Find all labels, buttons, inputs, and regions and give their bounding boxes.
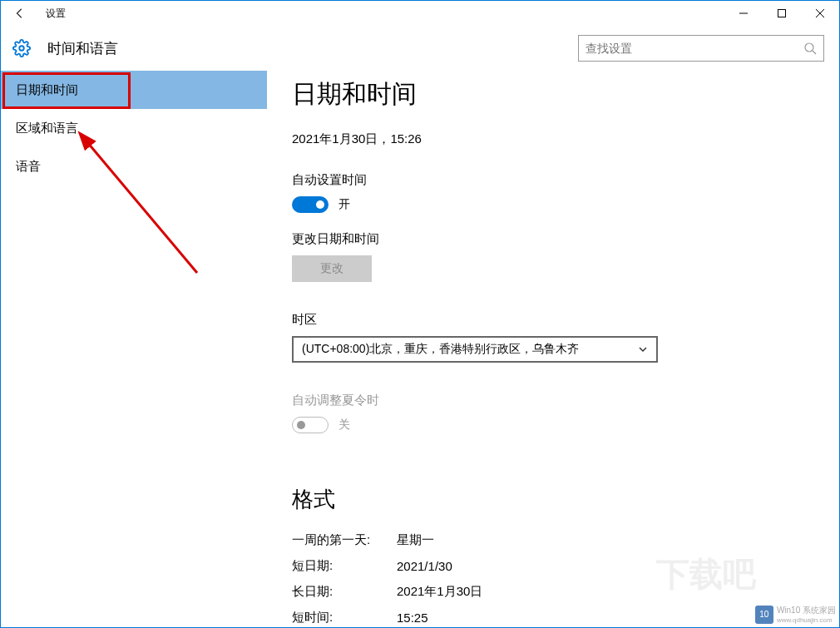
format-row-long-date: 长日期: 2021年1月30日 <box>292 584 839 600</box>
change-datetime-label: 更改日期和时间 <box>292 231 839 247</box>
format-key: 长日期: <box>292 584 397 600</box>
sidebar-item-region-language[interactable]: 区域和语言 <box>1 109 267 147</box>
toggle-switch-off-icon <box>292 417 329 433</box>
sidebar-item-date-time[interactable]: 日期和时间 <box>1 71 267 109</box>
watermark-badge-icon: 10 <box>755 606 773 624</box>
search-input[interactable] <box>586 42 803 55</box>
main-content: 日期和时间 2021年1月30日，15:26 自动设置时间 开 更改日期和时间 … <box>267 71 839 627</box>
format-value: 星期一 <box>397 532 434 548</box>
back-button[interactable] <box>11 4 29 22</box>
button-label: 更改 <box>320 261 343 276</box>
sidebar-item-label: 语音 <box>16 159 41 175</box>
site-watermark: 10 Win10 系统家园 www.qdhuajin.com <box>755 605 836 624</box>
search-icon <box>803 42 817 55</box>
chevron-down-icon <box>638 344 648 354</box>
toggle-state: 开 <box>338 197 350 212</box>
timezone-label: 时区 <box>292 312 839 328</box>
format-key: 短日期: <box>292 558 397 574</box>
svg-point-4 <box>19 46 24 51</box>
format-value: 2021年1月30日 <box>397 584 482 600</box>
sidebar-item-label: 日期和时间 <box>16 82 78 98</box>
close-button[interactable] <box>801 1 839 26</box>
format-key: 短时间: <box>292 610 397 626</box>
sidebar: 日期和时间 区域和语言 语音 <box>1 71 267 627</box>
current-datetime: 2021年1月30日，15:26 <box>292 131 839 147</box>
change-datetime-button: 更改 <box>292 255 372 282</box>
dropdown-value: (UTC+08:00)北京，重庆，香港特别行政区，乌鲁木齐 <box>302 342 579 357</box>
sidebar-item-speech[interactable]: 语音 <box>1 147 267 185</box>
svg-point-5 <box>805 43 813 52</box>
watermark-text: Win10 系统家园 <box>777 605 836 616</box>
header: 时间和语言 <box>1 26 839 71</box>
minimize-button[interactable] <box>724 1 763 26</box>
watermark-url: www.qdhuajin.com <box>777 616 836 624</box>
toggle-switch-on-icon <box>292 196 329 213</box>
format-key: 一周的第一天: <box>292 532 397 548</box>
format-value: 2021/1/30 <box>397 559 452 573</box>
format-row-short-date: 短日期: 2021/1/30 <box>292 558 839 574</box>
close-icon <box>816 9 824 17</box>
format-row-first-day: 一周的第一天: 星期一 <box>292 532 839 548</box>
auto-time-label: 自动设置时间 <box>292 172 839 188</box>
svg-line-6 <box>813 51 816 54</box>
dst-toggle: 关 <box>292 417 839 433</box>
minimize-icon <box>739 9 748 17</box>
maximize-button[interactable] <box>763 1 801 26</box>
timezone-dropdown[interactable]: (UTC+08:00)北京，重庆，香港特别行政区，乌鲁木齐 <box>292 336 658 363</box>
settings-icon <box>12 39 31 57</box>
format-value: 15:25 <box>397 611 428 625</box>
svg-rect-1 <box>778 10 786 17</box>
search-box[interactable] <box>578 35 824 62</box>
page-title: 日期和时间 <box>292 77 839 111</box>
auto-time-toggle[interactable]: 开 <box>292 196 839 213</box>
format-heading: 格式 <box>292 485 839 514</box>
toggle-state: 关 <box>338 418 350 433</box>
dst-label: 自动调整夏令时 <box>292 393 839 408</box>
arrow-left-icon <box>14 7 26 19</box>
sidebar-item-label: 区域和语言 <box>16 121 78 136</box>
titlebar: 设置 <box>1 1 839 26</box>
page-category-title: 时间和语言 <box>47 39 578 58</box>
maximize-icon <box>778 9 786 17</box>
app-name: 设置 <box>46 7 66 21</box>
